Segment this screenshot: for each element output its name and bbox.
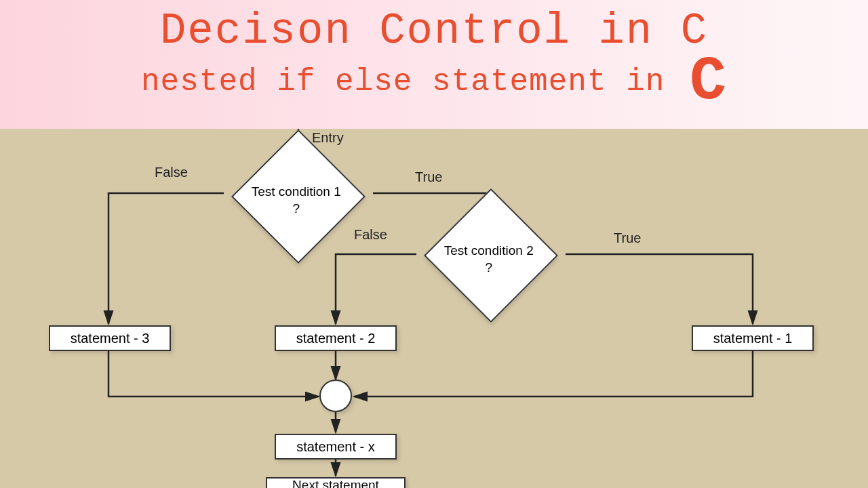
- page-subtitle: nested if else statement in C: [0, 64, 868, 100]
- cond1-false-label: False: [155, 165, 188, 180]
- cond2-true-label: True: [614, 230, 641, 246]
- cond1-true-label: True: [415, 169, 442, 185]
- condition-1-text: Test condition 1?: [229, 184, 364, 217]
- statement-1-box: statement - 1: [692, 325, 814, 351]
- subtitle-big-c: C: [690, 64, 727, 100]
- header: Decison Control in C nested if else stat…: [0, 0, 868, 129]
- condition-2-text: Test condition 2?: [421, 243, 557, 276]
- next-statement-box: Next statement: [266, 477, 406, 488]
- statement-2-box: statement - 2: [275, 325, 397, 351]
- flowchart: Entry Test condition 1? False True Test …: [0, 129, 868, 488]
- entry-label: Entry: [312, 130, 344, 146]
- statement-3-box: statement - 3: [49, 325, 171, 351]
- cond2-false-label: False: [354, 227, 387, 243]
- page-title: Decison Control in C: [0, 7, 868, 56]
- connector-circle: [319, 380, 352, 412]
- subtitle-prefix: nested if else statement in: [141, 64, 684, 100]
- statement-x-box: statement - x: [275, 434, 397, 460]
